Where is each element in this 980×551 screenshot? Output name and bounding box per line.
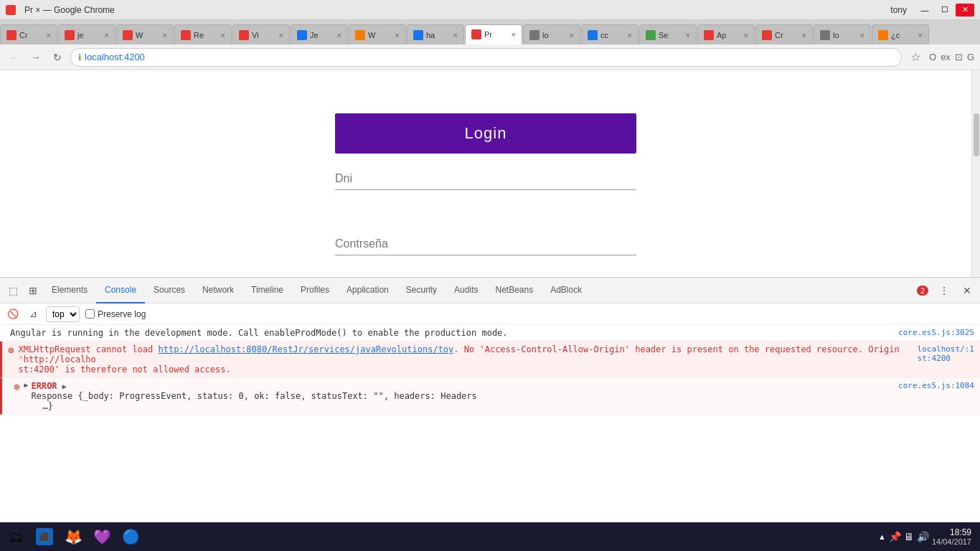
dni-input[interactable] [335, 168, 636, 190]
page-scrollbar[interactable] [971, 70, 980, 277]
expand-sub-icon[interactable]: ▶ [62, 382, 67, 390]
browser-tab-t6[interactable]: Je × [291, 24, 348, 44]
devtools-tab-audits[interactable]: Audits [446, 278, 486, 303]
tab-favicon [878, 30, 888, 40]
expand-error-icon[interactable]: ▶ [24, 381, 28, 389]
preserve-log-checkbox[interactable] [85, 309, 95, 319]
browser-tab-t15[interactable]: lo × [814, 24, 871, 44]
tab-close-icon[interactable]: × [279, 31, 283, 39]
reload-button[interactable]: ↻ [49, 49, 66, 66]
close-button[interactable]: ✕ [956, 4, 974, 17]
devtools-toolbar: ⬚ ⊞ ElementsConsoleSourcesNetworkTimelin… [0, 278, 980, 303]
tab-close-icon[interactable]: × [395, 31, 400, 39]
browser-tab-t2[interactable]: je × [58, 24, 116, 44]
tab-label: W [368, 31, 392, 39]
devtools-tab-security[interactable]: Security [397, 278, 446, 303]
console-context-select[interactable]: top [46, 306, 80, 322]
scrollbar-thumb[interactable] [974, 113, 979, 156]
forward-button[interactable]: → [27, 49, 44, 66]
browser-tab-t13[interactable]: Ap × [697, 24, 755, 44]
devtools-tab-sources[interactable]: Sources [145, 278, 194, 303]
console-no-entry-icon[interactable]: 🚫 [6, 307, 20, 321]
back-button[interactable]: ← [6, 49, 23, 66]
tab-close-icon[interactable]: × [221, 31, 225, 39]
extension3-icon[interactable]: G [967, 52, 974, 62]
devtools-device-button[interactable]: ⊞ [23, 281, 43, 301]
maximize-button[interactable]: ☐ [936, 4, 954, 17]
tray-display-icon[interactable]: 🖥 [904, 531, 914, 542]
devtools-more-button[interactable]: ⋮ [934, 281, 954, 301]
browser-tab-t16[interactable]: ¿c × [872, 24, 929, 44]
browser-window: Pr × — Google Chrome tony — ☐ ✕ Cr × je … [0, 0, 980, 550]
devtools-tab-console[interactable]: Console [96, 278, 145, 303]
tab-close-icon[interactable]: × [47, 31, 51, 39]
tab-close-icon[interactable]: × [512, 30, 516, 39]
browser-tab-t5[interactable]: Vi × [232, 24, 290, 44]
msg-2-source[interactable]: localhost/:1st:4200 [912, 344, 974, 363]
browser-tab-t3[interactable]: W × [116, 24, 174, 44]
browser-tab-t12[interactable]: Se × [639, 24, 697, 44]
browser-tab-t9[interactable]: Pr × [465, 24, 522, 44]
browser-tab-t7[interactable]: W × [349, 24, 406, 44]
tab-favicon [413, 30, 423, 40]
error-url-link[interactable]: http://localhost:8080/RestJr/services/ja… [159, 344, 454, 354]
devtools-tab-network[interactable]: Network [194, 278, 242, 303]
tab-close-icon[interactable]: × [918, 31, 923, 39]
tab-close-icon[interactable]: × [860, 31, 864, 39]
devtools-tab-application[interactable]: Application [338, 278, 397, 303]
minimize-button[interactable]: — [915, 4, 934, 17]
browser-viewport: Login [0, 70, 980, 277]
browser-tab-t10[interactable]: lo × [523, 24, 580, 44]
devtools-tab-netbeans[interactable]: NetBeans [486, 278, 542, 303]
devtools-tab-profiles[interactable]: Profiles [292, 278, 338, 303]
devtools-tabs: ElementsConsoleSourcesNetworkTimelinePro… [43, 278, 917, 303]
tab-close-icon[interactable]: × [163, 31, 167, 39]
browser-tab-t4[interactable]: Re × [174, 24, 232, 44]
tab-close-icon[interactable]: × [744, 31, 748, 39]
tab-label: ¿c [891, 31, 915, 39]
devtools-tab-adblock[interactable]: AdBlock [542, 278, 590, 303]
tab-favicon [762, 30, 772, 40]
tab-close-icon[interactable]: × [628, 31, 632, 39]
taskbar-vs[interactable]: 💜 [89, 524, 115, 549]
address-box[interactable]: ℹ localhost:4200 [70, 48, 902, 67]
browser-tab-t14[interactable]: Cr × [755, 24, 813, 44]
devtools-tab-timeline[interactable]: Timeline [242, 278, 292, 303]
taskbar-explorer[interactable]: 🗂 [3, 524, 29, 549]
taskbar-app2[interactable]: ⬛ [32, 524, 57, 549]
title-bar: Pr × — Google Chrome tony — ☐ ✕ [0, 0, 980, 20]
tab-close-icon[interactable]: × [802, 31, 806, 39]
devtools-tab-elements[interactable]: Elements [43, 278, 96, 303]
console-filter-icon[interactable]: ⊿ [26, 307, 40, 321]
browser-tab-t11[interactable]: cc × [581, 24, 639, 44]
devtools-close-button[interactable]: ✕ [957, 281, 977, 301]
taskbar-firefox[interactable]: 🦊 [60, 524, 86, 549]
page-content: Login [0, 70, 971, 277]
console-filter-bar: 🚫 ⊿ top Preserve log [0, 303, 980, 325]
tray-pin-icon[interactable]: 📌 [889, 531, 901, 542]
bookmark-icon[interactable]: ☆ [906, 49, 925, 65]
msg-1-source[interactable]: core.es5.js:3025 [892, 328, 974, 337]
address-bar-row: ← → ↻ ℹ localhost:4200 ☆ O ex ⊡ G [0, 44, 980, 70]
chrome-icon: 🔵 [122, 528, 140, 545]
tab-close-icon[interactable]: × [686, 31, 690, 39]
browser-tab-t1[interactable]: Cr × [0, 24, 57, 44]
tray-volume-icon[interactable]: 🔊 [917, 531, 929, 542]
opera-icon[interactable]: O [929, 52, 936, 62]
browser-tab-t8[interactable]: ha × [407, 24, 464, 44]
tab-close-icon[interactable]: × [453, 31, 458, 39]
password-input[interactable] [335, 233, 636, 255]
tab-favicon [820, 30, 830, 40]
preserve-log-label[interactable]: Preserve log [85, 309, 146, 319]
tab-close-icon[interactable]: × [337, 31, 341, 39]
taskbar-chrome[interactable]: 🔵 [118, 524, 143, 549]
tab-favicon [181, 30, 191, 40]
extension2-icon[interactable]: ⊡ [955, 52, 963, 62]
tray-up-icon[interactable]: ▲ [878, 532, 886, 541]
tab-close-icon[interactable]: × [570, 31, 574, 39]
login-button[interactable]: Login [335, 113, 636, 154]
msg-3-source[interactable]: core.es5.js:1084 [892, 381, 974, 390]
tab-close-icon[interactable]: × [105, 31, 109, 39]
devtools-inspect-button[interactable]: ⬚ [3, 281, 23, 301]
extension1-icon[interactable]: ex [941, 52, 951, 62]
